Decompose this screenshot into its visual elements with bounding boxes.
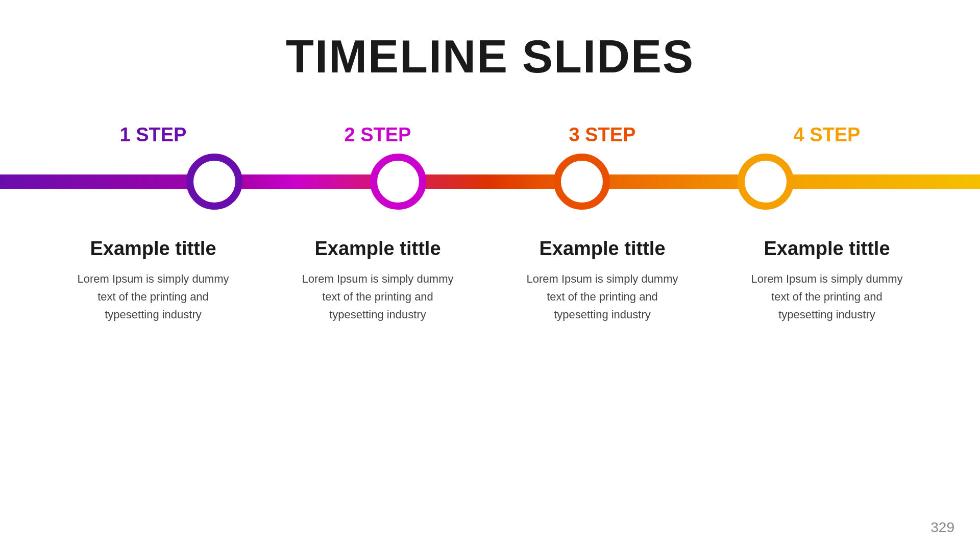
content-text-4: Lorem Ipsum is simply dummy text of the … — [743, 270, 911, 324]
circle-wrapper-3 — [554, 154, 610, 210]
timeline-section: 1 STEP 2 STEP 3 STEP 4 STEP — [0, 124, 980, 324]
content-item-2: Example tittle Lorem Ipsum is simply dum… — [293, 238, 462, 324]
circle-wrapper-2 — [370, 154, 426, 210]
page-number: 329 — [930, 519, 954, 536]
content-title-2: Example tittle — [293, 238, 462, 260]
step-label-3: 3 STEP — [518, 124, 687, 146]
circle-2 — [370, 154, 426, 210]
timeline-row — [0, 156, 980, 207]
circle-1 — [186, 154, 242, 210]
slide: TIMELINE SLIDES 1 STEP 2 STEP 3 STEP 4 S… — [0, 0, 980, 551]
circles-container — [0, 154, 980, 210]
slide-title: TIMELINE SLIDES — [286, 31, 694, 83]
content-title-4: Example tittle — [743, 238, 911, 260]
step-label-4: 4 STEP — [743, 124, 911, 146]
content-section: Example tittle Lorem Ipsum is simply dum… — [69, 238, 911, 324]
circle-wrapper-1 — [186, 154, 242, 210]
content-item-3: Example tittle Lorem Ipsum is simply dum… — [518, 238, 687, 324]
content-text-3: Lorem Ipsum is simply dummy text of the … — [518, 270, 687, 324]
content-item-1: Example tittle Lorem Ipsum is simply dum… — [69, 238, 237, 324]
step-label-2: 2 STEP — [293, 124, 462, 146]
content-text-2: Lorem Ipsum is simply dummy text of the … — [293, 270, 462, 324]
content-title-1: Example tittle — [69, 238, 237, 260]
content-title-3: Example tittle — [518, 238, 687, 260]
circle-4 — [738, 154, 794, 210]
circle-wrapper-4 — [738, 154, 794, 210]
circle-3 — [554, 154, 610, 210]
content-text-1: Lorem Ipsum is simply dummy text of the … — [69, 270, 237, 324]
step-label-1: 1 STEP — [69, 124, 237, 146]
content-item-4: Example tittle Lorem Ipsum is simply dum… — [743, 238, 911, 324]
step-labels: 1 STEP 2 STEP 3 STEP 4 STEP — [69, 124, 911, 146]
